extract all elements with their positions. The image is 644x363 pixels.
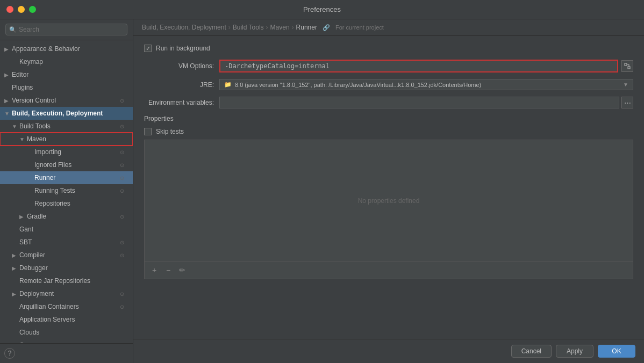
sidebar-item-label: Appearance & Behavior (12, 45, 128, 53)
ok-button[interactable]: OK (598, 345, 635, 358)
run-in-background-checkbox[interactable] (144, 45, 152, 52)
settings-content: Run in background VM Options: (133, 36, 644, 339)
sidebar-item-label: Arquillian Containers (19, 303, 120, 310)
sidebar-item-deployment[interactable]: ▶ Deployment ⊙ (0, 287, 133, 300)
sidebar-item-ignored-files[interactable]: Ignored Files ⊙ (0, 158, 133, 171)
sidebar-item-keymap[interactable]: Keymap (0, 55, 133, 68)
properties-toolbar: + − ✏ (145, 261, 633, 279)
edit-property-button[interactable]: ✏ (177, 265, 188, 275)
sidebar-item-label: Deployment (19, 290, 120, 297)
search-input[interactable] (5, 24, 127, 35)
sidebar-item-remote-jar-repositories[interactable]: Remote Jar Repositories (0, 274, 133, 287)
sidebar-item-label: Keymap (19, 58, 128, 66)
sidebar-item-label: Repositories (34, 200, 128, 207)
skip-tests-label: Skip tests (156, 128, 184, 135)
page-icon: ⊙ (120, 188, 128, 194)
sidebar-item-build-tools[interactable]: ▼ Build Tools ⊙ (0, 120, 133, 133)
sidebar-item-running-tests[interactable]: Running Tests ⊙ (0, 184, 133, 197)
sidebar-item-editor[interactable]: ▶ Editor (0, 68, 133, 81)
sidebar-item-appearance-behavior[interactable]: ▶ Appearance & Behavior (0, 42, 133, 55)
minimize-button[interactable] (18, 6, 25, 13)
help-button[interactable]: ? (4, 348, 15, 359)
jre-select-wrapper: 📁 8.0 (java version "1.8.0_152", path: /… (219, 79, 633, 90)
jre-row: JRE: 📁 8.0 (java version "1.8.0_152", pa… (144, 79, 633, 90)
sidebar-item-maven[interactable]: ▼ Maven (0, 133, 133, 146)
vm-options-input[interactable] (219, 60, 618, 72)
sidebar-item-runner[interactable]: Runner ⊙ (0, 171, 133, 184)
sidebar-item-build-execution-deployment[interactable]: ▼ Build, Execution, Deployment (0, 107, 133, 120)
expand-icon: ⋯ (624, 99, 631, 107)
sidebar-item-label: Build, Execution, Deployment (12, 110, 128, 117)
maximize-button[interactable] (29, 6, 36, 13)
window-title: Preferences (303, 5, 341, 13)
sidebar-item-label: Running Tests (34, 187, 120, 194)
breadcrumb-part-2: Build Tools (233, 24, 264, 31)
sidebar-item-label: Runner (34, 174, 120, 182)
page-icon: ⊙ (120, 252, 128, 258)
sidebar-item-plugins[interactable]: Plugins (0, 81, 133, 94)
page-icon: ⊙ (120, 149, 128, 155)
properties-content: No properties defined (145, 140, 633, 261)
sidebar-tree: ▶ Appearance & Behavior Keymap ▶ Editor … (0, 40, 133, 343)
sidebar-item-repositories[interactable]: Repositories (0, 197, 133, 210)
close-button[interactable] (6, 6, 13, 13)
svg-rect-1 (628, 67, 630, 69)
sidebar-item-label: Editor (12, 71, 128, 78)
sidebar-item-arquillian-containers[interactable]: Arquillian Containers ⊙ (0, 300, 133, 313)
dropdown-arrow-icon: ▼ (623, 82, 628, 88)
breadcrumb: Build, Execution, Deployment › Build Too… (133, 19, 644, 36)
remove-property-button[interactable]: − (163, 265, 174, 275)
window-controls (6, 6, 36, 13)
sidebar-item-gradle[interactable]: ▶ Gradle ⊙ (0, 210, 133, 223)
env-vars-expand-button[interactable]: ⋯ (621, 97, 633, 108)
properties-title: Properties (144, 115, 633, 122)
vm-options-expand-button[interactable] (621, 60, 633, 72)
sidebar-item-compiler[interactable]: ▶ Compiler ⊙ (0, 249, 133, 262)
sidebar-item-gant[interactable]: Gant (0, 223, 133, 236)
breadcrumb-sep-2: › (266, 24, 268, 31)
main-content: 🔍 ▶ Appearance & Behavior Keymap ▶ (0, 19, 644, 363)
sidebar-item-label: Ignored Files (34, 161, 120, 169)
skip-tests-checkbox[interactable] (144, 128, 152, 135)
apply-button[interactable]: Apply (556, 345, 593, 358)
preferences-window: Preferences 🔍 ▶ Appearance & Behavior (0, 0, 644, 363)
breadcrumb-sep-1: › (228, 24, 231, 31)
sidebar-item-label: Application Servers (19, 316, 128, 323)
add-property-button[interactable]: + (149, 265, 160, 275)
sidebar-item-clouds[interactable]: Clouds (0, 326, 133, 339)
env-vars-wrapper: ⋯ (219, 97, 633, 108)
run-in-background-row: Run in background (144, 45, 633, 52)
page-icon: ⊙ (120, 214, 128, 220)
sidebar-item-version-control[interactable]: ▶ Version Control ⊙ (0, 94, 133, 107)
sidebar-item-coverage[interactable]: Coverage ⊙ (0, 339, 133, 343)
sidebar-item-label: Importing (34, 148, 120, 156)
breadcrumb-part-3: Maven (270, 24, 290, 31)
properties-section: Properties Skip tests No properties defi… (144, 115, 633, 279)
env-vars-row: Environment variables: ⋯ (144, 97, 633, 108)
expand-icon (624, 63, 631, 69)
jre-label: JRE: (144, 81, 219, 89)
titlebar: Preferences (0, 0, 644, 19)
cancel-button[interactable]: Cancel (511, 345, 552, 358)
sidebar-item-label: SBT (19, 238, 120, 246)
tree-arrow: ▶ (4, 46, 12, 52)
page-icon: ⊙ (120, 304, 128, 310)
tree-arrow: ▶ (12, 252, 19, 258)
sidebar-item-sbt[interactable]: SBT ⊙ (0, 236, 133, 249)
sidebar-item-label: Version Control (12, 97, 120, 104)
tree-arrow: ▶ (12, 265, 19, 271)
sidebar-item-debugger[interactable]: ▶ Debugger (0, 262, 133, 274)
breadcrumb-sep-3: › (292, 24, 294, 31)
env-vars-input[interactable] (219, 97, 619, 108)
vm-options-wrapper (219, 60, 633, 72)
page-icon: ⊙ (120, 291, 128, 297)
footer: Cancel Apply OK (133, 339, 644, 363)
sidebar-item-importing[interactable]: Importing ⊙ (0, 146, 133, 158)
breadcrumb-icon: 🔗 (323, 24, 330, 31)
folder-icon: 📁 (224, 81, 232, 88)
svg-rect-0 (625, 63, 627, 66)
search-bar: 🔍 (0, 19, 133, 40)
sidebar-item-label: Plugins (12, 84, 128, 91)
sidebar-item-application-servers[interactable]: Application Servers (0, 313, 133, 326)
jre-select[interactable]: 📁 8.0 (java version "1.8.0_152", path: /… (219, 79, 633, 90)
